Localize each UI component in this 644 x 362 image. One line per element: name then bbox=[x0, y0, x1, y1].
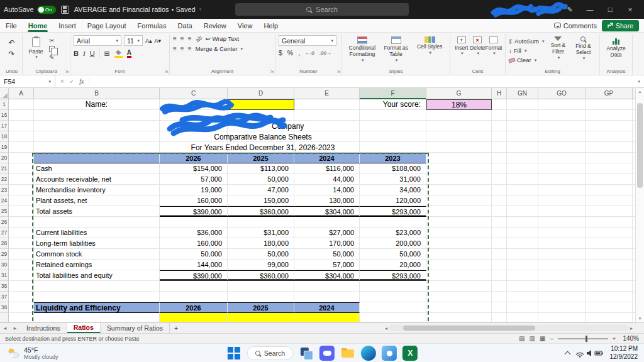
normal-view-button[interactable]: ▤ bbox=[519, 335, 525, 342]
autosave-toggle[interactable]: AutoSave On bbox=[4, 6, 56, 14]
row-header-19[interactable]: 19 bbox=[0, 142, 9, 153]
cell[interactable] bbox=[538, 302, 586, 313]
cell[interactable] bbox=[586, 249, 633, 260]
cell[interactable] bbox=[492, 163, 507, 174]
tab-page-layout[interactable]: Page Layout bbox=[82, 19, 132, 32]
cell[interactable] bbox=[360, 313, 426, 322]
fill-button[interactable]: ↓Fill▾ bbox=[509, 47, 544, 55]
empty-cells[interactable] bbox=[9, 292, 635, 302]
zoom-in-button[interactable]: + bbox=[613, 336, 616, 342]
cell[interactable] bbox=[586, 163, 633, 174]
cell-D20-year[interactable]: 2025 bbox=[228, 153, 294, 163]
cell[interactable] bbox=[9, 185, 34, 195]
show-hidden-icons-chevron[interactable] bbox=[564, 351, 570, 357]
cell[interactable] bbox=[426, 153, 492, 163]
sheet-tab-instructions[interactable]: Instructions bbox=[20, 323, 67, 333]
align-right-button[interactable]: ≡ bbox=[188, 45, 192, 52]
align-left-button[interactable]: ≡ bbox=[173, 45, 177, 52]
cell-yellow[interactable] bbox=[160, 313, 228, 322]
fill-color-button[interactable] bbox=[114, 50, 123, 58]
cell[interactable] bbox=[9, 163, 34, 174]
align-center-button[interactable]: ≡ bbox=[180, 45, 184, 52]
cell[interactable] bbox=[426, 228, 492, 238]
cell-D31[interactable]: $360,000 bbox=[228, 270, 294, 281]
orientation-button[interactable]: ab bbox=[194, 34, 203, 43]
cell[interactable] bbox=[586, 238, 633, 249]
cell[interactable] bbox=[586, 228, 633, 238]
column-header-C[interactable]: C bbox=[160, 88, 228, 99]
start-button[interactable] bbox=[226, 346, 242, 361]
minimize-button[interactable]: — bbox=[580, 0, 600, 19]
row-header-28[interactable]: 28 bbox=[0, 238, 9, 249]
next-sheet-icon[interactable]: ▸ bbox=[10, 323, 20, 333]
clear-button[interactable]: Clear▾ bbox=[509, 56, 544, 64]
cell[interactable] bbox=[586, 302, 633, 313]
dialog-launcher-icon[interactable]: ⇲ bbox=[65, 69, 69, 74]
zoom-level[interactable]: 140% bbox=[620, 335, 639, 342]
cell[interactable] bbox=[538, 249, 586, 260]
scroll-right-icon[interactable]: ▸ bbox=[630, 326, 633, 331]
cell-D21[interactable]: $113,000 bbox=[228, 163, 294, 174]
expand-formula-bar-icon[interactable]: ▾ bbox=[634, 79, 644, 84]
cell[interactable] bbox=[9, 99, 34, 110]
row-header-29[interactable]: 29 bbox=[0, 249, 9, 260]
horizontal-scrollbar[interactable]: ◂ ▸ bbox=[385, 324, 633, 332]
row-header-1[interactable]: 1 bbox=[0, 99, 9, 110]
row-header-18[interactable]: 18 bbox=[0, 131, 9, 142]
cell-D1-name-entry[interactable] bbox=[228, 99, 294, 110]
cell-B28[interactable]: Long-term liabilities bbox=[34, 238, 160, 249]
cell-F31[interactable]: $293,000 bbox=[360, 270, 426, 281]
cell[interactable] bbox=[507, 195, 538, 206]
tab-help[interactable]: Help bbox=[258, 19, 284, 32]
cell[interactable] bbox=[586, 260, 633, 270]
task-view-icon[interactable] bbox=[299, 346, 314, 361]
cell[interactable] bbox=[507, 313, 538, 322]
insert-function-button[interactable]: fx bbox=[79, 78, 84, 85]
cell-F22[interactable]: 31,000 bbox=[360, 174, 426, 185]
zoom-slider-thumb[interactable] bbox=[586, 336, 587, 342]
font-name-select[interactable]: Arial▾ bbox=[74, 35, 121, 46]
format-as-table-button[interactable]: Format as Table ▾ bbox=[379, 35, 413, 67]
empty-cells[interactable] bbox=[9, 110, 635, 121]
column-header-A[interactable]: A bbox=[9, 88, 34, 99]
cell[interactable] bbox=[507, 185, 538, 195]
font-size-select[interactable]: 11▾ bbox=[124, 35, 143, 46]
cell[interactable] bbox=[538, 260, 586, 270]
cell[interactable] bbox=[507, 238, 538, 249]
cell[interactable] bbox=[507, 228, 538, 238]
bold-button[interactable]: B bbox=[74, 50, 79, 57]
clock[interactable]: 10:12 PM 12/9/2022 bbox=[610, 345, 638, 361]
row-header-26[interactable]: 26 bbox=[0, 217, 9, 228]
cell-C29[interactable]: 50,000 bbox=[160, 249, 228, 260]
cell[interactable] bbox=[586, 185, 633, 195]
cell[interactable] bbox=[9, 313, 34, 322]
horizontal-scroll-thumb[interactable] bbox=[403, 326, 535, 331]
cell[interactable] bbox=[9, 238, 34, 249]
cell-E23[interactable]: 14,000 bbox=[294, 185, 360, 195]
cell-B21[interactable]: Cash bbox=[34, 163, 160, 174]
sheet-tab-summary[interactable]: Summary of Ratios bbox=[101, 323, 170, 333]
search-input[interactable]: Search bbox=[235, 3, 409, 16]
column-header-D[interactable]: D bbox=[228, 88, 294, 99]
cell[interactable] bbox=[538, 238, 586, 249]
cell[interactable] bbox=[492, 99, 507, 110]
paste-button[interactable]: Paste ▾ bbox=[26, 35, 46, 61]
cell[interactable] bbox=[586, 206, 633, 217]
cell[interactable] bbox=[9, 228, 34, 238]
tab-review[interactable]: Review bbox=[198, 19, 232, 32]
sheet-tab-ratios-active[interactable]: Ratios bbox=[67, 323, 101, 333]
column-header-E[interactable]: E bbox=[294, 88, 360, 99]
number-format-select[interactable]: General▾ bbox=[279, 35, 336, 46]
dialog-launcher-icon[interactable]: ⇲ bbox=[164, 69, 168, 74]
cell[interactable] bbox=[507, 260, 538, 270]
cell[interactable] bbox=[586, 313, 633, 322]
vertical-scrollbar[interactable]: ▴ ▾ bbox=[635, 88, 644, 322]
scroll-left-icon[interactable]: ◂ bbox=[385, 326, 387, 331]
row-header-24[interactable]: 24 bbox=[0, 195, 9, 206]
page-break-view-button[interactable]: ▦ bbox=[540, 335, 545, 342]
cell-E31[interactable]: $304,000 bbox=[294, 270, 360, 281]
italic-button[interactable]: I bbox=[83, 50, 86, 57]
discord-icon[interactable] bbox=[319, 346, 335, 361]
cell-E28[interactable]: 170,000 bbox=[294, 238, 360, 249]
cancel-entry-button[interactable]: × bbox=[60, 78, 64, 85]
